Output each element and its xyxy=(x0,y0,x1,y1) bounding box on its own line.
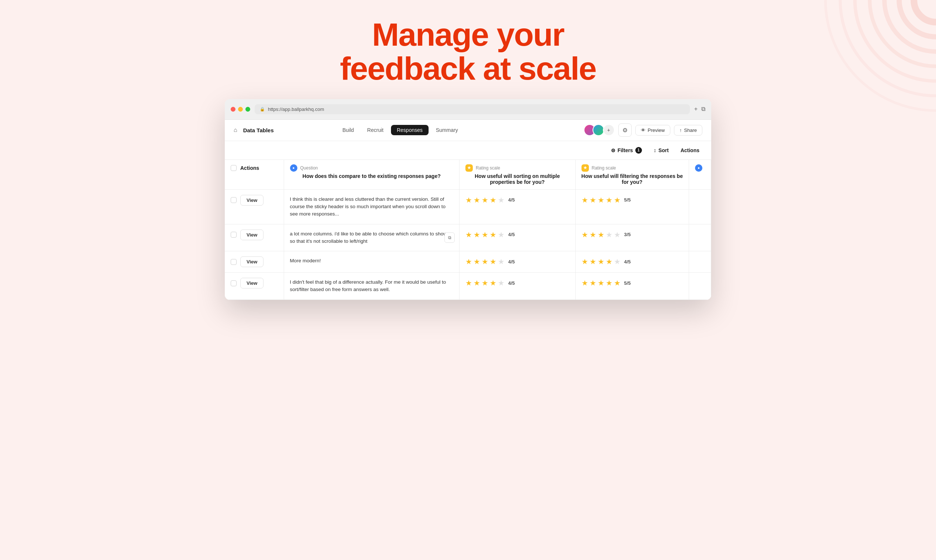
browser-chrome: 🔒 https://app.ballparkhq.com + ⧉ xyxy=(225,99,711,120)
table-area: Actions ● Question How does this compare… xyxy=(225,160,711,300)
table-row: View More modern! ★★★★★ 4/5 ★★★★★ 4/5 xyxy=(225,251,711,272)
tab-responses[interactable]: Responses xyxy=(391,125,429,135)
filters-badge: 1 xyxy=(635,147,642,154)
question-text-4: I didn't feel that big of a difference a… xyxy=(290,279,446,292)
star-filled: ★ xyxy=(606,278,613,288)
actions-cell-1: View xyxy=(225,189,284,224)
star-filled: ★ xyxy=(474,230,480,239)
rating2-text-4: 5/5 xyxy=(624,280,631,286)
row-checkbox-1[interactable] xyxy=(231,197,237,203)
star-filled: ★ xyxy=(465,230,472,239)
extra-cell-3 xyxy=(689,251,711,272)
rating2-cell-3: ★★★★★ 4/5 xyxy=(575,251,689,272)
star-filled: ★ xyxy=(482,278,488,288)
row-checkbox-2[interactable] xyxy=(231,232,237,238)
actions-cell-2: View xyxy=(225,224,284,251)
view-button-3[interactable]: View xyxy=(240,257,263,267)
nav-tabs: Build Recruit Responses Summary xyxy=(336,125,463,135)
star-filled: ★ xyxy=(582,257,588,266)
settings-button[interactable]: ⚙ xyxy=(618,123,632,137)
row-checkbox-3[interactable] xyxy=(231,259,237,265)
rating2-text-3: 4/5 xyxy=(624,259,631,265)
home-icon[interactable]: ⌂ xyxy=(234,127,237,133)
question-cell-3: More modern! xyxy=(284,251,460,272)
rating2-stars-2: ★★★★★ 3/5 xyxy=(582,230,683,239)
tab-build[interactable]: Build xyxy=(336,125,360,135)
star-filled: ★ xyxy=(582,195,588,205)
star-filled: ★ xyxy=(598,278,604,288)
star-filled: ★ xyxy=(474,195,480,205)
select-all-checkbox[interactable] xyxy=(231,165,237,171)
filters-button[interactable]: ⊜ Filters 1 xyxy=(608,146,645,155)
traffic-light-minimize[interactable] xyxy=(238,107,243,112)
avatar-add-button[interactable]: + xyxy=(603,124,615,136)
question-text-3: More modern! xyxy=(290,258,321,263)
browser-wrapper: 🔒 https://app.ballparkhq.com + ⧉ ⌂ Data … xyxy=(0,99,936,300)
checkbox-header-cell: Actions xyxy=(225,160,284,190)
question-col-type: Question xyxy=(300,165,318,171)
star-filled: ★ xyxy=(482,257,488,266)
traffic-light-maximize[interactable] xyxy=(245,107,250,112)
rating2-stars-1: ★★★★★ 5/5 xyxy=(582,195,683,205)
star-filled: ★ xyxy=(590,195,596,205)
view-button-1[interactable]: View xyxy=(240,195,263,206)
view-button-4[interactable]: View xyxy=(240,278,263,288)
rating1-column-header: ★ Rating scale How useful will sorting o… xyxy=(460,160,575,190)
table-row: View I think this is clearer and less cl… xyxy=(225,189,711,224)
actions-button[interactable]: Actions xyxy=(678,146,702,155)
star-empty: ★ xyxy=(498,230,505,239)
tab-summary[interactable]: Summary xyxy=(430,125,464,135)
star-filled: ★ xyxy=(598,257,604,266)
star-filled: ★ xyxy=(598,230,604,239)
nav-title: Data Tables xyxy=(243,127,274,133)
star-filled: ★ xyxy=(614,195,620,205)
filters-label: Filters xyxy=(617,148,633,153)
rating1-cell-4: ★★★★★ 4/5 xyxy=(460,272,575,300)
question-col-icon: ● xyxy=(290,164,297,172)
preview-button[interactable]: 👁 Preview xyxy=(635,125,670,135)
star-filled: ★ xyxy=(490,257,496,266)
tab-recruit[interactable]: Recruit xyxy=(361,125,389,135)
share-button[interactable]: ↑ Share xyxy=(674,125,702,135)
rating1-col-text: How useful will sorting on multiple prop… xyxy=(465,173,569,185)
rating1-stars-4: ★★★★★ 4/5 xyxy=(465,278,569,288)
address-bar[interactable]: 🔒 https://app.ballparkhq.com xyxy=(255,104,690,114)
star-filled: ★ xyxy=(590,278,596,288)
sort-button[interactable]: ↕ Sort xyxy=(651,146,672,155)
hero-title: Manage your feedback at scale xyxy=(0,18,936,86)
star-filled: ★ xyxy=(474,257,480,266)
star-filled: ★ xyxy=(582,230,588,239)
browser-window: 🔒 https://app.ballparkhq.com + ⧉ ⌂ Data … xyxy=(225,99,711,300)
question-text-1: I think this is clearer and less clutter… xyxy=(290,196,445,217)
star-empty: ★ xyxy=(606,230,613,239)
copy-icon-2[interactable]: ⧉ xyxy=(445,232,455,243)
new-tab-button[interactable]: + xyxy=(694,106,697,112)
rating2-cell-1: ★★★★★ 5/5 xyxy=(575,189,689,224)
rating1-text-1: 4/5 xyxy=(508,197,515,203)
traffic-light-close[interactable] xyxy=(231,107,236,112)
row-checkbox-4[interactable] xyxy=(231,280,237,286)
rating1-cell-1: ★★★★★ 4/5 xyxy=(460,189,575,224)
actions-cell-3: View xyxy=(225,251,284,272)
extra-cell-4 xyxy=(689,272,711,300)
question-column-header: ● Question How does this compare to the … xyxy=(284,160,460,190)
browser-actions: + ⧉ xyxy=(694,106,705,112)
traffic-lights xyxy=(231,107,250,112)
star-empty: ★ xyxy=(498,195,505,205)
app-content: ⌂ Data Tables Build Recruit Responses Su… xyxy=(225,120,711,300)
view-button-2[interactable]: View xyxy=(240,229,263,240)
question-cell-2: a lot more columns. i'd like to be able … xyxy=(284,224,460,251)
star-filled: ★ xyxy=(474,278,480,288)
star-filled: ★ xyxy=(490,278,496,288)
star-filled: ★ xyxy=(465,257,472,266)
sort-icon: ↕ xyxy=(654,148,656,153)
app-nav: ⌂ Data Tables Build Recruit Responses Su… xyxy=(225,120,711,141)
extra-col-icon: ● xyxy=(695,164,702,172)
rating1-col-icon: ★ xyxy=(465,164,473,172)
copy-tab-button[interactable]: ⧉ xyxy=(701,106,705,112)
toolbar: ⊜ Filters 1 ↕ Sort Actions xyxy=(225,141,711,160)
rating1-cell-2: ★★★★★ 4/5 xyxy=(460,224,575,251)
star-filled: ★ xyxy=(590,257,596,266)
star-filled: ★ xyxy=(465,195,472,205)
rating2-stars-4: ★★★★★ 5/5 xyxy=(582,278,683,288)
